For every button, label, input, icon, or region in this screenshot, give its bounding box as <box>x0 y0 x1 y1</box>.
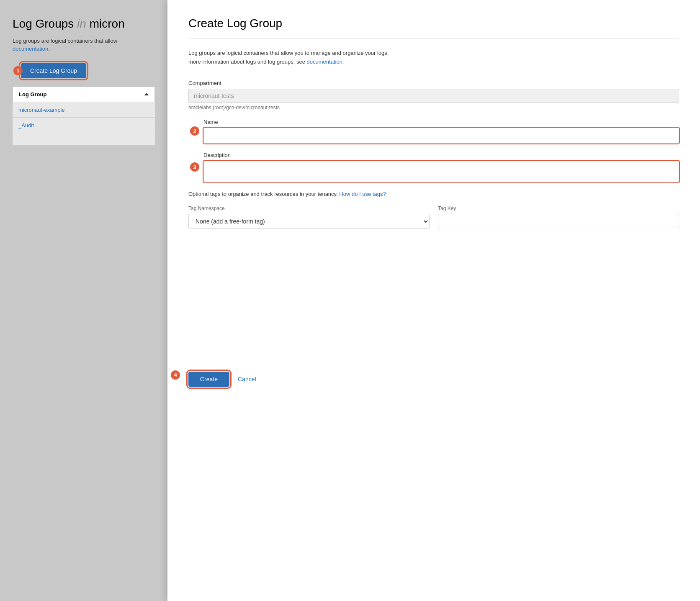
list-item-empty <box>13 133 155 146</box>
description-label: Description <box>203 152 679 158</box>
step1-badge: 1 <box>13 66 23 75</box>
compartment-label: Compartment <box>188 80 679 86</box>
desc-field-wrapper <box>203 161 679 182</box>
page-description: Log groups are logical containers that a… <box>13 37 155 53</box>
cancel-button[interactable]: Cancel <box>238 376 256 383</box>
tags-link[interactable]: How do I use tags? <box>339 191 386 197</box>
tags-row: Tag Namespace None (add a free-form tag)… <box>188 205 679 229</box>
create-btn-wrapper: 1 Create Log Group <box>21 63 155 78</box>
footer-actions: 4 Create Cancel <box>188 363 679 387</box>
tag-namespace-select[interactable]: None (add a free-form tag) <box>188 214 430 229</box>
right-panel: Create Log Group Log groups are logical … <box>167 0 700 601</box>
doc-link-right[interactable]: documentation <box>307 59 342 65</box>
description-input[interactable] <box>203 161 679 182</box>
sort-arrow-icon <box>144 93 149 95</box>
log-group-link-example[interactable]: micronaut-example <box>18 107 65 113</box>
tags-hint-text: Optional tags to organize and track reso… <box>188 191 679 197</box>
step4-badge: 4 <box>171 370 180 380</box>
compartment-section: Compartment oraclelabs (root)/gcn-dev/mi… <box>188 80 679 110</box>
name-input[interactable] <box>203 128 679 144</box>
doc-link-left[interactable]: documentation <box>13 46 48 52</box>
log-group-header-label: Log Group <box>19 91 46 98</box>
name-field-wrapper <box>203 128 679 144</box>
tag-namespace-col: Tag Namespace None (add a free-form tag) <box>188 205 430 229</box>
tag-namespace-label: Tag Namespace <box>188 205 430 211</box>
step2-badge: 2 <box>190 126 199 136</box>
tag-key-label: Tag Key <box>438 205 679 211</box>
name-label: Name <box>203 119 679 125</box>
create-submit-button[interactable]: Create <box>188 372 229 387</box>
log-group-link-audit[interactable]: _Audit <box>18 122 34 128</box>
title-divider <box>188 39 679 39</box>
list-item: micronaut-example <box>13 102 155 118</box>
compartment-hint: oraclelabs (root)/gcn-dev/micronaut-test… <box>188 105 679 110</box>
tags-hint-section: Optional tags to organize and track reso… <box>188 191 679 197</box>
tag-key-col: Tag Key <box>438 205 679 229</box>
page-title: Log Groups in micron <box>13 17 155 31</box>
tag-key-input[interactable] <box>438 214 679 228</box>
compartment-input[interactable] <box>188 89 679 103</box>
step3-badge: 3 <box>190 162 199 172</box>
panel-description: Log groups are logical containers that a… <box>188 49 679 67</box>
log-group-header: Log Group <box>13 87 155 102</box>
name-section: 2 Name <box>203 119 679 144</box>
create-log-group-button[interactable]: Create Log Group <box>21 63 86 78</box>
drawer-title: Create Log Group <box>188 17 679 30</box>
description-section: 3 Description <box>203 152 679 182</box>
left-panel: Log Groups in micron Log groups are logi… <box>0 0 167 601</box>
list-item: _Audit <box>13 118 155 133</box>
